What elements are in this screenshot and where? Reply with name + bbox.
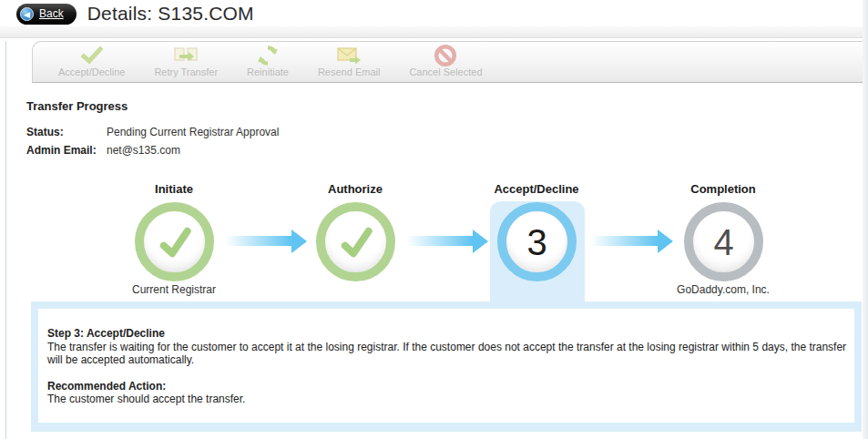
transfer-progress-section: Transfer Progress Status: Pending Curren… <box>6 83 868 157</box>
progress-steps: Initiate Authorize Accept/Decline Comple… <box>6 180 868 301</box>
toolbar: Accept/Decline Retry Transfer <box>32 41 868 83</box>
header-divider <box>0 26 868 38</box>
recommended-action-text: The customer should accept the transfer. <box>47 393 847 406</box>
step-info-content: Step 3: Accept/Decline The transfer is w… <box>38 309 854 423</box>
accept-decline-button[interactable]: Accept/Decline <box>44 42 139 82</box>
toolbar-button-label: Retry Transfer <box>154 66 218 77</box>
status-label: Status: <box>26 126 107 138</box>
toolbar-button-label: Accept/Decline <box>58 66 125 77</box>
step-arrow-icon <box>406 229 488 253</box>
step-info-box: Step 3: Accept/Decline The transfer is w… <box>31 301 862 432</box>
checkmark-icon <box>80 46 104 65</box>
toolbar-button-label: Reinitiate <box>247 66 289 77</box>
reinitiate-button[interactable]: Reinitiate <box>232 42 303 82</box>
step-number: 3 <box>526 224 546 260</box>
page-title: Details: S135.COM <box>87 3 254 25</box>
section-title: Transfer Progress <box>26 99 868 113</box>
step-authorize-label: Authorize <box>278 182 433 196</box>
retry-transfer-button[interactable]: Retry Transfer <box>139 42 232 82</box>
step-completion-circle: 4 <box>684 202 763 281</box>
toolbar-button-label: Resend Email <box>318 66 380 77</box>
step-arrow-icon <box>591 229 673 253</box>
reinitiate-refresh-icon <box>256 46 280 65</box>
step-info-title: Step 3: Accept/Decline <box>47 327 847 341</box>
step-initiate-sublabel: Current Registrar <box>92 283 256 296</box>
step-completion-label: Completion <box>646 182 801 196</box>
recommended-action-label: Recommended Action: <box>47 380 847 393</box>
resend-email-button[interactable]: Resend Email <box>303 42 394 82</box>
step-number: 4 <box>713 224 733 260</box>
step-check-icon <box>151 219 199 266</box>
status-row: Status: Pending Current Registrar Approv… <box>26 126 868 138</box>
content-panel: Accept/Decline Retry Transfer <box>5 41 868 439</box>
step-accept-decline-circle: 3 <box>497 202 577 281</box>
cancel-selected-button[interactable]: Cancel Selected <box>394 42 496 82</box>
toolbar-button-label: Cancel Selected <box>409 66 482 77</box>
admin-email-row: Admin Email: net@s135.com <box>26 144 868 157</box>
step-accept-decline-label: Accept/Decline <box>459 182 614 196</box>
resend-email-icon <box>337 46 361 65</box>
step-arrow-icon <box>225 229 307 253</box>
step-initiate-circle <box>135 202 214 281</box>
admin-email-value: net@s135.com <box>107 144 180 157</box>
step-initiate-label: Initiate <box>97 182 251 196</box>
back-button[interactable]: ◀ Back <box>16 4 77 25</box>
cancel-icon <box>434 46 457 65</box>
step-authorize-circle <box>316 202 395 281</box>
transfer-details-page: ◀ Back Details: S135.COM Accept/Decline <box>0 0 868 439</box>
page-header: ◀ Back Details: S135.COM <box>0 0 868 26</box>
step-completion-sublabel: GoDaddy.com, Inc. <box>641 283 805 296</box>
status-value: Pending Current Registrar Approval <box>107 126 279 138</box>
page-right-edge <box>863 0 868 439</box>
admin-email-label: Admin Email: <box>26 144 107 157</box>
retry-transfer-icon <box>174 46 198 65</box>
step-info-description: The transfer is waiting for the customer… <box>47 341 847 367</box>
back-arrow-icon: ◀ <box>20 7 34 21</box>
step-check-icon <box>332 219 380 266</box>
back-button-label: Back <box>39 7 64 20</box>
